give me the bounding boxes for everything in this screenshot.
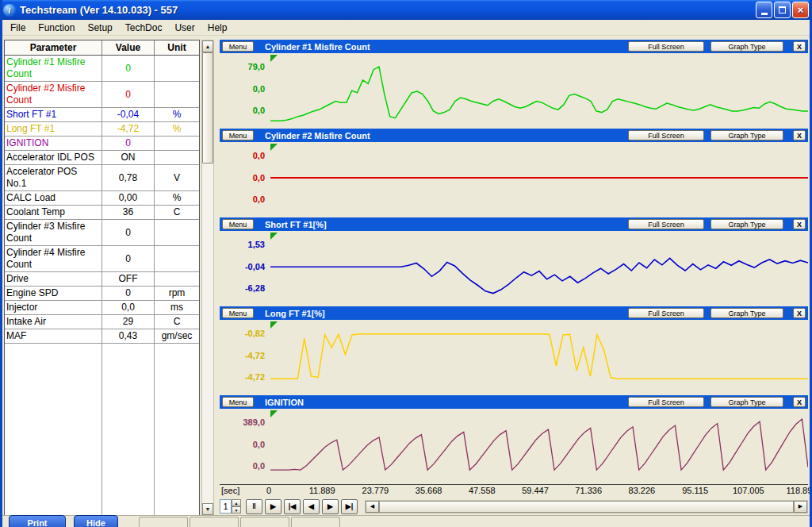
table-empty-area [5, 344, 199, 515]
scroll-up-arrow-icon[interactable]: ▲ [202, 40, 213, 52]
table-row: Accelerator IDL POSON [5, 151, 199, 165]
graph-type-button[interactable]: Graph Type [710, 308, 783, 318]
graph-menu-button[interactable]: Menu [222, 308, 254, 318]
value-cell: 36 [102, 206, 155, 220]
graph-header: MenuIGNITIONFull ScreenGraph TypeX [220, 395, 808, 409]
unit-cell: C [155, 315, 199, 329]
menu-item-help[interactable]: Help [201, 21, 234, 35]
y-axis-label: 79,0 [248, 62, 265, 71]
y-axis-label: -6,28 [245, 283, 265, 293]
playback-step-forward-button[interactable]: ▶ [322, 499, 339, 514]
y-axis-label: -4,72 [245, 372, 265, 382]
y-axis-label: 0,0 [253, 440, 265, 449]
graph-close-button[interactable]: X [793, 397, 806, 407]
close-button[interactable]: × [792, 2, 809, 18]
menu-item-user[interactable]: User [168, 21, 201, 35]
full-screen-button[interactable]: Full Screen [628, 130, 704, 140]
table-row: CALC Load0,00% [5, 191, 199, 206]
horizontal-scrollbar[interactable]: ◀ ▶ [365, 500, 808, 514]
full-screen-button[interactable]: Full Screen [628, 219, 704, 229]
table-row: Cylinder #1 Misfire Count0 [5, 56, 199, 82]
maximize-button[interactable] [774, 2, 791, 18]
y-axis-labels: 0,00,00,0 [220, 142, 269, 213]
graph-close-button[interactable]: X [793, 130, 806, 140]
graph-close-button[interactable]: X [793, 219, 806, 229]
menu-item-function[interactable]: Function [32, 21, 81, 35]
graph-menu-button[interactable]: Menu [222, 130, 254, 140]
bottom-tab[interactable] [190, 517, 239, 527]
menu-item-file[interactable]: File [4, 21, 32, 35]
frame-spinner-arrows: ▲ ▼ [232, 499, 241, 514]
playback-bar: 1 ▲ ▼ ‖▶|◀◀▶▶| ◀ ▶ [220, 496, 808, 515]
scrollbar-thumb[interactable] [202, 52, 213, 163]
y-axis-labels: -0,82-4,72-4,72 [220, 320, 269, 391]
table-row: Cylinder #4 Misfire Count0 [5, 246, 199, 272]
menu-item-setup[interactable]: Setup [81, 21, 118, 35]
playback-pause-button[interactable]: ‖ [246, 499, 262, 514]
graph-menu-button[interactable]: Menu [222, 397, 254, 407]
table-row: Engine SPD0rpm [5, 287, 199, 301]
graph-type-button[interactable]: Graph Type [710, 397, 783, 407]
scroll-left-arrow-icon[interactable]: ◀ [366, 501, 379, 513]
hide-button[interactable]: Hide [74, 515, 118, 527]
graph-menu-button[interactable]: Menu [222, 41, 254, 52]
scroll-right-arrow-icon[interactable]: ▶ [794, 501, 807, 513]
playback-skip-end-button[interactable]: ▶| [341, 499, 358, 514]
table-row: Intake Air29C [5, 315, 199, 329]
minimize-button[interactable] [756, 2, 772, 18]
hscrollbar-thumb[interactable] [379, 501, 794, 513]
graph-line-5 [270, 409, 808, 480]
value-cell: -4,72 [102, 122, 155, 137]
spinner-down-icon[interactable]: ▼ [232, 506, 241, 514]
graph-close-button[interactable]: X [793, 41, 806, 52]
table-header-unit: Unit [155, 40, 199, 56]
graph-type-button[interactable]: Graph Type [710, 41, 783, 52]
spinner-up-icon[interactable]: ▲ [232, 499, 241, 506]
vertical-scrollbar[interactable]: ▲ ▼ [201, 40, 214, 516]
graph-panel-5: MenuIGNITIONFull ScreenGraph TypeX389,00… [220, 395, 808, 480]
bottom-tab[interactable] [291, 517, 340, 527]
y-axis-labels: 389,00,00,0 [220, 409, 269, 480]
frame-spinner[interactable]: 1 ▲ ▼ [220, 499, 241, 514]
graph-menu-button[interactable]: Menu [222, 219, 254, 229]
table-header-parameter: Parameter [5, 40, 102, 56]
unit-cell: V [155, 165, 199, 191]
y-axis-label: -4,72 [245, 351, 265, 360]
parameter-cell: Cylinder #3 Misfire Count [5, 220, 102, 246]
menu-item-techdoc[interactable]: TechDoc [119, 21, 169, 35]
parameter-cell: Cylinder #4 Misfire Count [5, 246, 102, 272]
print-button[interactable]: Print [9, 515, 66, 527]
full-screen-button[interactable]: Full Screen [628, 308, 704, 318]
frame-number: 1 [220, 499, 232, 514]
graph-close-button[interactable]: X [793, 308, 806, 318]
table-row: Injector0,0ms [5, 301, 199, 315]
graph-type-button[interactable]: Graph Type [710, 130, 783, 140]
unit-cell [155, 56, 199, 82]
unit-cell: % [155, 108, 199, 122]
bottom-tab[interactable] [240, 517, 289, 527]
unit-cell: ms [155, 301, 199, 315]
y-axis-label: 1,53 [248, 240, 265, 249]
parameter-cell: Accelerator POS No.1 [5, 165, 102, 191]
value-cell: 0 [102, 220, 155, 246]
full-screen-button[interactable]: Full Screen [628, 397, 704, 407]
bottom-tab[interactable] [139, 517, 188, 527]
playback-play-button[interactable]: ▶ [265, 499, 282, 514]
main-area: ParameterValueUnit Cylinder #1 Misfire C… [2, 37, 810, 527]
graph-header: MenuShort FT #1[%]Full ScreenGraph TypeX [220, 217, 808, 231]
y-axis-label: -0,04 [245, 262, 265, 271]
hscrollbar-track[interactable] [379, 501, 794, 513]
full-screen-button[interactable]: Full Screen [628, 41, 704, 52]
parameter-table: ParameterValueUnit Cylinder #1 Misfire C… [4, 40, 200, 516]
playback-step-back-button[interactable]: ◀ [303, 499, 320, 514]
window-controls: × [756, 2, 809, 18]
scroll-down-arrow-icon[interactable]: ▼ [202, 503, 213, 515]
playback-skip-start-button[interactable]: |◀ [284, 499, 301, 514]
scrollbar-track[interactable] [202, 52, 213, 503]
graph-title: Long FT #1[%] [265, 309, 325, 318]
parameter-cell: Injector [5, 301, 102, 315]
value-cell: 0,0 [102, 301, 155, 315]
parameter-cell: CALC Load [5, 191, 102, 206]
graph-type-button[interactable]: Graph Type [710, 219, 783, 229]
y-axis-label: 0,0 [253, 461, 265, 471]
